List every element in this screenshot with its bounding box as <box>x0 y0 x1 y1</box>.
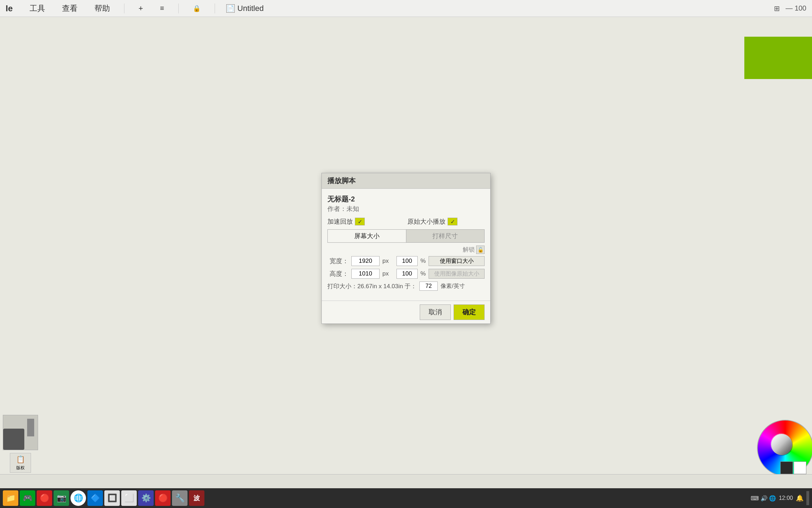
height-percent-sign: % <box>420 270 426 277</box>
doc-title-label: Untitled <box>238 4 264 13</box>
dialog-title-bar: 播放脚本 <box>322 173 490 189</box>
print-info-row: 打印大小：26.67in x 14.03in 于： 像素/英寸 <box>327 282 485 291</box>
taskbar-red[interactable]: 🔴 <box>37 490 52 506</box>
menu-tools[interactable]: 工具 <box>27 2 48 15</box>
height-unit: px <box>382 270 394 277</box>
dialog-footer: 取消 确定 <box>322 301 490 323</box>
taskbar-chrome[interactable]: 🌐 <box>70 490 86 506</box>
tab-screen-size[interactable]: 屏幕大小 <box>328 230 406 242</box>
menu-view[interactable]: 查看 <box>59 2 80 15</box>
thumbnail-panel <box>3 415 38 450</box>
menu-grid[interactable]: ≡ <box>157 3 167 14</box>
green-rectangle <box>744 37 812 79</box>
menu-add[interactable]: + <box>136 2 146 14</box>
confirm-button[interactable]: 确定 <box>454 304 485 320</box>
taskbar-game[interactable]: 🎮 <box>20 490 35 506</box>
dpi-input[interactable] <box>419 282 438 291</box>
taskbar-show-desktop[interactable] <box>806 491 809 505</box>
status-bar <box>0 474 812 488</box>
taskbar-right: ⌨ 🔊 🌐 12:00 🔔 <box>751 491 809 505</box>
menu-lock[interactable]: 🔒 <box>190 3 203 14</box>
swatch-white[interactable] <box>794 461 806 474</box>
taskbar-app4[interactable]: 🔧 <box>172 490 187 506</box>
use-window-size-btn[interactable]: 使用窗口大小 <box>429 256 485 266</box>
option2-checkbox[interactable] <box>448 218 457 225</box>
taskbar-browser2[interactable]: 🔲 <box>104 490 120 506</box>
width-row: 宽度： px % 使用窗口大小 <box>327 256 485 266</box>
dialog-title-text: 播放脚本 <box>327 177 356 185</box>
taskbar-active-app[interactable]: 波 <box>189 490 204 506</box>
doc-title-area: 📄 Untitled <box>226 4 264 13</box>
lock-icon[interactable]: 🔓 <box>476 246 485 254</box>
height-row: 高度： px % 使用图像原始大小 <box>327 269 485 279</box>
height-label: 高度： <box>327 270 349 278</box>
height-percent[interactable] <box>396 269 418 279</box>
lock-label: 解锁 <box>463 246 475 254</box>
taskbar-tray: ⌨ 🔊 🌐 <box>751 495 776 502</box>
dialog-author: 作者：未知 <box>327 205 485 213</box>
taskbar-notification[interactable]: 🔔 <box>796 494 804 502</box>
dpi-unit: 像素/英寸 <box>441 283 465 290</box>
swatches-bottom <box>780 461 806 474</box>
page-tool-label: 版权 <box>16 465 25 471</box>
taskbar: 📁 🎮 🔴 📷 🌐 🔷 🔲 ⬜ ⚙️ 🔴 🔧 波 ⌨ 🔊 🌐 12:00 🔔 <box>0 488 812 508</box>
zoom-controls: ⊞ <box>774 4 780 13</box>
width-label: 宽度： <box>327 257 349 265</box>
taskbar-app1[interactable]: ⬜ <box>121 490 137 506</box>
option2-group: 原始大小播放 <box>407 217 485 226</box>
cancel-button[interactable]: 取消 <box>420 304 451 320</box>
app-brand: Ie <box>6 4 13 13</box>
option1-group: 加速回放 <box>327 217 405 226</box>
width-percent[interactable] <box>396 256 418 266</box>
menu-help[interactable]: 帮助 <box>92 2 113 15</box>
options-row: 加速回放 原始大小播放 <box>327 217 485 226</box>
width-percent-sign: % <box>420 258 426 265</box>
option2-label: 原始大小播放 <box>407 217 445 226</box>
swatch-black[interactable] <box>780 461 793 474</box>
use-original-size-btn[interactable]: 使用图像原始大小 <box>429 269 485 279</box>
dialog-doc-name: 无标题-2 <box>327 194 485 204</box>
dialog-body: 无标题-2 作者：未知 加速回放 原始大小播放 屏幕大小 打样尺寸 解锁 🔓 <box>322 189 490 301</box>
tab-print-size[interactable]: 打样尺寸 <box>406 230 485 242</box>
menu-bar: Ie 工具 查看 帮助 + ≡ 🔒 📄 Untitled ⊞ — 100 <box>0 0 812 17</box>
lock-row: 解锁 🔓 <box>327 246 485 254</box>
taskbar-edge[interactable]: 🔷 <box>87 490 103 506</box>
taskbar-app3[interactable]: 🔴 <box>155 490 171 506</box>
menu-separator-2 <box>178 4 179 13</box>
width-input[interactable] <box>351 256 380 266</box>
page-tool[interactable]: 📋 版权 <box>10 453 31 473</box>
option1-label: 加速回放 <box>327 217 353 226</box>
height-input[interactable] <box>351 269 380 279</box>
zoom-level: — 100 <box>786 4 806 12</box>
taskbar-files[interactable]: 📁 <box>3 490 18 506</box>
taskbar-app2[interactable]: ⚙️ <box>138 490 154 506</box>
menu-separator-3 <box>215 4 215 13</box>
option1-checkbox[interactable] <box>355 218 365 225</box>
size-tabs: 屏幕大小 打样尺寸 <box>327 229 485 243</box>
menu-bar-right: ⊞ — 100 <box>774 4 806 13</box>
menu-separator-1 <box>124 4 124 13</box>
play-script-dialog: 播放脚本 无标题-2 作者：未知 加速回放 原始大小播放 屏幕大小 打样尺寸 解… <box>321 173 491 324</box>
doc-icon: 📄 <box>226 4 235 13</box>
width-unit: px <box>382 258 394 265</box>
taskbar-photo[interactable]: 📷 <box>54 490 69 506</box>
small-tool-panel: 📋 版权 <box>3 415 38 473</box>
taskbar-clock: 12:00 <box>779 495 793 501</box>
print-size-label: 打印大小：26.67in x 14.03in 于： <box>327 282 417 290</box>
